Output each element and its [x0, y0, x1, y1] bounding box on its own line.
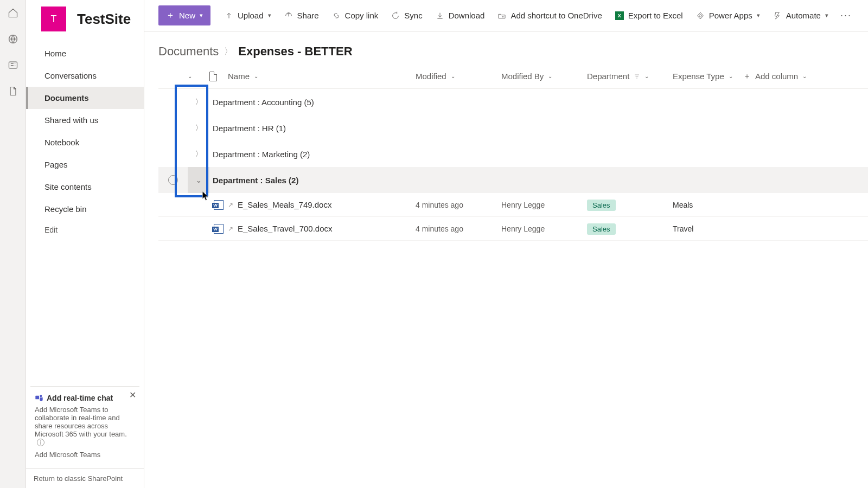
- breadcrumb-root[interactable]: Documents: [158, 44, 219, 59]
- group-label: Department : Sales (2): [209, 176, 298, 185]
- file-modified: 4 minutes ago: [416, 224, 501, 233]
- teams-icon: [35, 393, 43, 403]
- close-icon[interactable]: ✕: [129, 390, 136, 400]
- chevron-right-icon[interactable]: 〉: [188, 123, 209, 133]
- site-nav: Home Conversations Documents Shared with…: [26, 38, 144, 386]
- add-column-button[interactable]: ＋Add column⌄: [743, 72, 835, 81]
- svg-rect-1: [9, 62, 17, 68]
- table-header: ⌄ Name⌄ Modified⌄ Modified By⌄ Departmen…: [158, 64, 868, 89]
- breadcrumb: Documents 〉 Expenses - BETTER: [144, 31, 868, 64]
- file-icon[interactable]: [8, 86, 18, 97]
- nav-item-pages[interactable]: Pages: [26, 153, 144, 176]
- group-label: Department : HR (1): [209, 124, 286, 133]
- export-button[interactable]: XExport to Excel: [611, 8, 687, 23]
- shared-icon: ↗: [228, 201, 233, 209]
- department-column[interactable]: Department⌄: [587, 72, 673, 81]
- sync-button[interactable]: Sync: [387, 8, 426, 23]
- modified-column[interactable]: Modified⌄: [416, 72, 501, 81]
- nav-item-sitecontents[interactable]: Site contents: [26, 176, 144, 198]
- info-icon[interactable]: i: [37, 439, 44, 446]
- more-button[interactable]: ···: [838, 8, 854, 23]
- select-radio[interactable]: [168, 175, 178, 185]
- share-button[interactable]: Share: [280, 8, 323, 23]
- excel-icon: X: [615, 11, 624, 20]
- group-sales[interactable]: ⌄ Department : Sales (2): [158, 167, 868, 193]
- type-column[interactable]: [209, 72, 228, 81]
- nav-item-home[interactable]: Home: [26, 42, 144, 65]
- file-modifiedby[interactable]: Henry Legge: [501, 201, 587, 209]
- chevron-right-icon[interactable]: 〉: [188, 149, 209, 159]
- new-button[interactable]: ＋New▾: [158, 5, 210, 25]
- group-label: Department : Marketing (2): [209, 150, 310, 159]
- file-table: ⌄ Name⌄ Modified⌄ Modified By⌄ Departmen…: [144, 64, 868, 241]
- command-bar: ＋New▾ Upload▾ Share Copy link Sync Downl…: [144, 0, 868, 31]
- word-icon: [214, 224, 224, 234]
- chevron-right-icon[interactable]: 〉: [188, 97, 209, 107]
- expand-all-toggle[interactable]: ⌄: [188, 73, 209, 79]
- app-rail: [0, 0, 26, 488]
- department-pill: Sales: [587, 200, 616, 211]
- classic-link[interactable]: Return to classic SharePoint: [26, 468, 144, 488]
- expensetype-column[interactable]: Expense Type⌄: [673, 72, 743, 81]
- group-accounting[interactable]: 〉 Department : Accounting (5): [158, 89, 868, 115]
- group-marketing[interactable]: 〉 Department : Marketing (2): [158, 141, 868, 167]
- copylink-button[interactable]: Copy link: [328, 8, 383, 23]
- chevron-down-icon: ▾: [200, 12, 203, 19]
- name-column[interactable]: Name⌄: [228, 72, 416, 81]
- file-name[interactable]: E_Sales_Travel_700.docx: [238, 224, 333, 233]
- modifiedby-column[interactable]: Modified By⌄: [501, 72, 587, 81]
- expense-type: Travel: [673, 224, 743, 233]
- chat-card-title: Add real-time chat: [47, 394, 113, 402]
- home-icon[interactable]: [8, 8, 18, 18]
- shared-icon: ↗: [228, 225, 233, 233]
- chat-card-link[interactable]: Add Microsoft Teams: [35, 451, 135, 459]
- group-label: Department : Accounting (5): [209, 98, 314, 107]
- nav-item-edit[interactable]: Edit: [26, 220, 144, 240]
- department-pill: Sales: [587, 223, 616, 235]
- group-hr[interactable]: 〉 Department : HR (1): [158, 115, 868, 141]
- globe-icon[interactable]: [8, 34, 18, 44]
- svg-rect-2: [35, 395, 39, 399]
- expense-type: Meals: [673, 201, 743, 209]
- breadcrumb-current: Expenses - BETTER: [238, 44, 352, 59]
- svg-point-3: [40, 395, 42, 397]
- upload-button[interactable]: Upload▾: [220, 8, 276, 23]
- chat-card: ✕ Add real-time chat Add Microsoft Teams…: [30, 386, 139, 464]
- file-modified: 4 minutes ago: [416, 201, 501, 209]
- main: ＋New▾ Upload▾ Share Copy link Sync Downl…: [144, 0, 868, 488]
- chevron-right-icon: 〉: [224, 46, 233, 57]
- download-button[interactable]: Download: [431, 8, 489, 23]
- file-type-icon: [209, 72, 217, 81]
- plus-icon: ＋: [166, 10, 175, 21]
- table-row[interactable]: ↗E_Sales_Meals_749.docx 4 minutes ago He…: [158, 193, 868, 217]
- file-modifiedby[interactable]: Henry Legge: [501, 224, 587, 233]
- table-row[interactable]: ↗E_Sales_Travel_700.docx 4 minutes ago H…: [158, 217, 868, 241]
- automate-button[interactable]: Automate▾: [769, 8, 833, 23]
- nav-item-notebook[interactable]: Notebook: [26, 131, 144, 153]
- word-icon: [214, 200, 224, 210]
- site-title: TestSite: [77, 11, 131, 28]
- chevron-down-icon[interactable]: ⌄: [188, 167, 209, 193]
- sidebar: T TestSite Home Conversations Documents …: [26, 0, 144, 488]
- news-icon[interactable]: [8, 60, 18, 70]
- nav-item-documents[interactable]: Documents: [26, 87, 144, 109]
- powerapps-button[interactable]: Power Apps▾: [692, 8, 764, 23]
- site-logo: T: [41, 7, 66, 31]
- shortcut-button[interactable]: Add shortcut to OneDrive: [493, 8, 606, 23]
- file-name[interactable]: E_Sales_Meals_749.docx: [238, 200, 331, 209]
- chat-card-body: Add Microsoft Teams to collaborate in re…: [35, 406, 135, 447]
- nav-item-shared[interactable]: Shared with us: [26, 109, 144, 131]
- nav-item-conversations[interactable]: Conversations: [26, 65, 144, 87]
- nav-item-recyclebin[interactable]: Recycle bin: [26, 198, 144, 220]
